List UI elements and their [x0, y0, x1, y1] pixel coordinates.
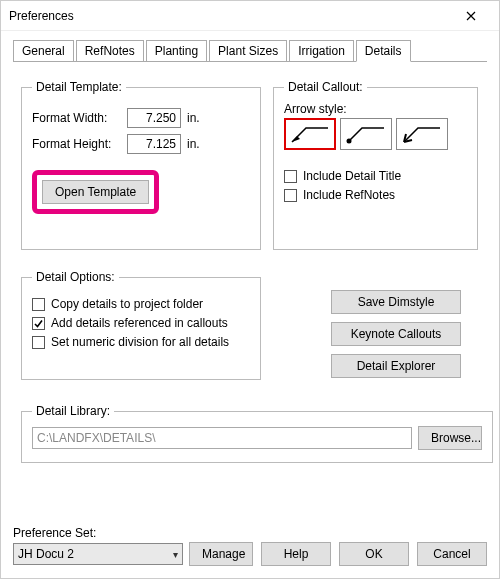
detail-template-legend: Detail Template:: [32, 80, 126, 94]
tab-planting[interactable]: Planting: [146, 40, 207, 62]
tab-details[interactable]: Details: [356, 40, 411, 62]
include-detail-title-checkbox[interactable]: Include Detail Title: [284, 169, 467, 183]
detail-explorer-button[interactable]: Detail Explorer: [331, 354, 461, 378]
tab-plant-sizes[interactable]: Plant Sizes: [209, 40, 287, 62]
open-template-highlight: Open Template: [32, 170, 159, 214]
detail-callout-legend: Detail Callout:: [284, 80, 367, 94]
manage-button[interactable]: Manage: [189, 542, 253, 566]
checkbox-icon: [284, 189, 297, 202]
detail-options-group: Detail Options: Copy details to project …: [21, 270, 261, 380]
svg-point-1: [347, 139, 352, 144]
checkbox-icon: [32, 298, 45, 311]
titlebar: Preferences: [1, 1, 499, 31]
save-dimstyle-button[interactable]: Save Dimstyle: [331, 290, 461, 314]
preference-set-label: Preference Set:: [13, 526, 253, 540]
add-details-checkbox[interactable]: Add details referenced in callouts: [32, 316, 250, 330]
preference-set-value: JH Docu 2: [18, 547, 74, 561]
add-details-label: Add details referenced in callouts: [51, 316, 228, 330]
checkbox-icon: [32, 317, 45, 330]
tab-bar: General RefNotes Planting Plant Sizes Ir…: [1, 31, 499, 61]
format-height-input[interactable]: [127, 134, 181, 154]
arrow-style-label: Arrow style:: [284, 102, 467, 116]
preference-set-area: Preference Set: JH Docu 2 ▾ Manage: [13, 526, 253, 566]
arrow-style-options: [284, 118, 467, 150]
window-title: Preferences: [9, 9, 451, 23]
copy-details-label: Copy details to project folder: [51, 297, 203, 311]
close-icon[interactable]: [451, 2, 491, 30]
browse-button[interactable]: Browse...: [418, 426, 482, 450]
detail-template-group: Detail Template: Format Width: in. Forma…: [21, 80, 261, 250]
keynote-callouts-button[interactable]: Keynote Callouts: [331, 322, 461, 346]
detail-library-path[interactable]: [32, 427, 412, 449]
chevron-down-icon: ▾: [173, 549, 178, 560]
arrow-style-2[interactable]: [340, 118, 392, 150]
details-pane: Detail Template: Format Width: in. Forma…: [1, 62, 499, 578]
dialog-footer-buttons: Help OK Cancel: [261, 542, 487, 566]
tab-refnotes[interactable]: RefNotes: [76, 40, 144, 62]
numeric-division-checkbox[interactable]: Set numeric division for all details: [32, 335, 250, 349]
action-buttons-column: Save Dimstyle Keynote Callouts Detail Ex…: [331, 290, 461, 378]
ok-button[interactable]: OK: [339, 542, 409, 566]
open-template-button[interactable]: Open Template: [42, 180, 149, 204]
cancel-button[interactable]: Cancel: [417, 542, 487, 566]
width-unit: in.: [187, 111, 200, 125]
preferences-window: Preferences General RefNotes Planting Pl…: [0, 0, 500, 579]
format-width-input[interactable]: [127, 108, 181, 128]
height-unit: in.: [187, 137, 200, 151]
tab-general[interactable]: General: [13, 40, 74, 62]
tab-irrigation[interactable]: Irrigation: [289, 40, 354, 62]
include-title-label: Include Detail Title: [303, 169, 401, 183]
detail-library-legend: Detail Library:: [32, 404, 114, 418]
include-refnotes-checkbox[interactable]: Include RefNotes: [284, 188, 467, 202]
include-refnotes-label: Include RefNotes: [303, 188, 395, 202]
detail-callout-group: Detail Callout: Arrow style: Include Det…: [273, 80, 478, 250]
format-width-label: Format Width:: [32, 111, 127, 125]
checkbox-icon: [284, 170, 297, 183]
detail-library-group: Detail Library: Browse...: [21, 404, 493, 463]
copy-details-checkbox[interactable]: Copy details to project folder: [32, 297, 250, 311]
format-height-label: Format Height:: [32, 137, 127, 151]
numeric-division-label: Set numeric division for all details: [51, 335, 229, 349]
svg-marker-0: [292, 136, 300, 142]
checkbox-icon: [32, 336, 45, 349]
detail-options-legend: Detail Options:: [32, 270, 119, 284]
help-button[interactable]: Help: [261, 542, 331, 566]
arrow-style-1[interactable]: [284, 118, 336, 150]
arrow-style-3[interactable]: [396, 118, 448, 150]
preference-set-combo[interactable]: JH Docu 2 ▾: [13, 543, 183, 565]
